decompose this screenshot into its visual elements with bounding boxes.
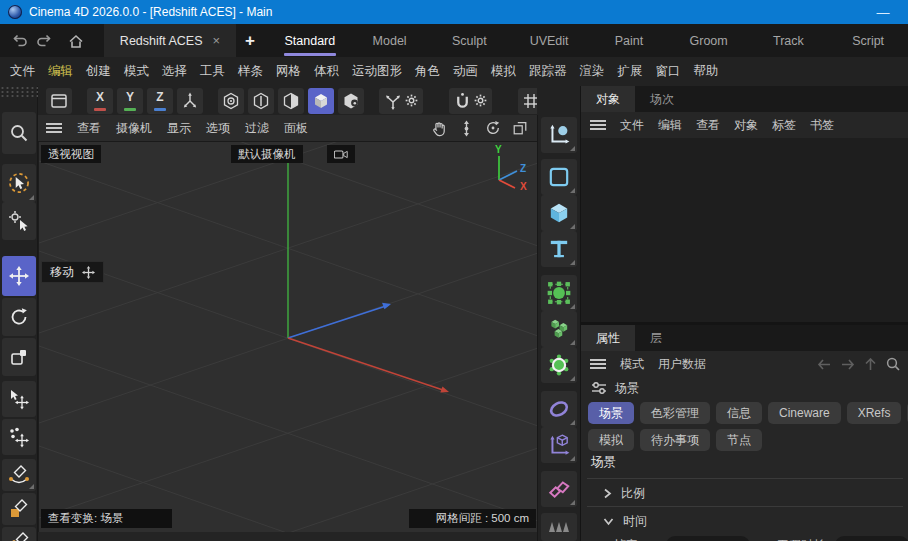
attr-tab-simulation[interactable]: 模拟 xyxy=(588,429,634,451)
group-scale[interactable]: 比例 xyxy=(581,482,908,504)
create-extra-button[interactable] xyxy=(541,513,577,541)
menu-edit[interactable]: 编辑 xyxy=(48,63,73,80)
make-editable-button[interactable] xyxy=(46,88,72,114)
menu-extensions[interactable]: 扩展 xyxy=(618,63,643,80)
fps-input[interactable]: 30 xyxy=(666,536,750,541)
layout-tab-sculpt[interactable]: Sculpt xyxy=(430,24,510,57)
rectangle-spline-button[interactable] xyxy=(2,493,36,525)
camera-name-label[interactable]: 默认摄像机 xyxy=(231,145,303,163)
menu-mesh[interactable]: 网格 xyxy=(276,63,301,80)
layout-tab-paint[interactable]: Paint xyxy=(589,24,669,57)
snap-button[interactable] xyxy=(449,88,492,114)
find-tool-button[interactable] xyxy=(2,112,36,154)
menu-help[interactable]: 帮助 xyxy=(694,63,719,80)
create-scene-helper-button[interactable] xyxy=(541,427,577,463)
layout-tab-track[interactable]: Track xyxy=(749,24,829,57)
om-menu-file[interactable]: 文件 xyxy=(620,117,644,134)
cube-spline-button[interactable] xyxy=(2,527,36,541)
layout-tab-groom[interactable]: Groom xyxy=(669,24,749,57)
create-instance-button[interactable] xyxy=(541,471,577,507)
layout-tab-model[interactable]: Model xyxy=(350,24,430,57)
tab-takes[interactable]: 场次 xyxy=(635,86,689,112)
tab-objects[interactable]: 对象 xyxy=(581,86,635,112)
create-spline-button[interactable] xyxy=(541,159,577,195)
viewport-menu-view[interactable]: 查看 xyxy=(77,120,101,137)
select-move-tool-button[interactable] xyxy=(2,381,36,417)
orbit-view-button[interactable] xyxy=(484,119,502,137)
attr-tab-xrefs[interactable]: XRefs xyxy=(847,402,902,424)
menu-render[interactable]: 渲染 xyxy=(580,63,605,80)
viewport-bottom-handle[interactable] xyxy=(38,532,537,541)
undo-button[interactable] xyxy=(10,32,30,50)
menu-spline[interactable]: 样条 xyxy=(238,63,263,80)
menu-simulate[interactable]: 模拟 xyxy=(491,63,516,80)
selected-object-row[interactable]: 场景 xyxy=(581,376,908,400)
history-back-icon[interactable] xyxy=(817,359,831,370)
group-time[interactable]: 时间 xyxy=(581,510,908,532)
attr-tab-scene[interactable]: 场景 xyxy=(588,402,634,424)
points-move-tool-button[interactable] xyxy=(2,419,36,455)
am-menu-mode[interactable]: 模式 xyxy=(620,356,644,373)
document-tab[interactable]: Redshift ACES × xyxy=(104,24,236,57)
menu-animate[interactable]: 动画 xyxy=(453,63,478,80)
tweak-tool-button[interactable] xyxy=(2,202,36,240)
layout-tab-script[interactable]: Script xyxy=(828,24,908,57)
menu-tracker[interactable]: 跟踪器 xyxy=(529,63,567,80)
om-menu-objects[interactable]: 对象 xyxy=(734,117,758,134)
redo-button[interactable] xyxy=(34,32,54,50)
pan-view-button[interactable] xyxy=(430,119,448,137)
menu-file[interactable]: 文件 xyxy=(10,63,35,80)
project-duration-input[interactable]: 0.5 xyxy=(835,536,908,541)
layout-tab-standard[interactable]: Standard xyxy=(270,24,350,57)
viewport-hamburger-icon[interactable] xyxy=(46,122,62,134)
attr-tab-nodes[interactable]: 节点 xyxy=(716,429,762,451)
om-menu-tags[interactable]: 标签 xyxy=(772,117,796,134)
lock-y-axis-button[interactable]: Y xyxy=(117,88,143,114)
new-tab-button[interactable]: + xyxy=(238,24,262,57)
attr-tab-cineware[interactable]: Cineware xyxy=(768,402,841,424)
minimize-button[interactable]: — xyxy=(874,4,892,18)
dolly-view-button[interactable] xyxy=(457,119,475,137)
create-primitive-button[interactable] xyxy=(541,195,577,231)
viewport-menu-filter[interactable]: 过滤 xyxy=(245,120,269,137)
toggle-views-button[interactable] xyxy=(511,119,529,137)
tab-layers[interactable]: 层 xyxy=(635,325,677,351)
palette-drag-handle[interactable] xyxy=(0,86,38,98)
create-generator-button[interactable] xyxy=(541,275,577,311)
polygons-mode-button[interactable] xyxy=(278,88,304,114)
lock-z-axis-button[interactable]: Z xyxy=(147,88,173,114)
object-manager-hamburger-icon[interactable] xyxy=(590,119,606,131)
lock-x-axis-button[interactable]: X xyxy=(87,88,113,114)
attr-tab-todo[interactable]: 待办事项 xyxy=(640,429,710,451)
create-null-button[interactable] xyxy=(541,117,577,153)
viewport-menu-options[interactable]: 选项 xyxy=(206,120,230,137)
viewport-menu-cameras[interactable]: 摄像机 xyxy=(116,120,152,137)
om-menu-view[interactable]: 查看 xyxy=(696,117,720,134)
menu-select[interactable]: 选择 xyxy=(162,63,187,80)
workplane-grid-button[interactable] xyxy=(518,88,537,114)
viewport-menu-display[interactable]: 显示 xyxy=(167,120,191,137)
toolbar-drag-handle[interactable] xyxy=(537,86,580,115)
attribute-hamburger-icon[interactable] xyxy=(590,358,606,370)
attribute-search-icon[interactable] xyxy=(886,357,900,371)
tab-attributes[interactable]: 属性 xyxy=(581,325,635,351)
attr-tab-color-management[interactable]: 色彩管理 xyxy=(640,402,710,424)
om-menu-bookmarks[interactable]: 书签 xyxy=(810,117,834,134)
menu-tools[interactable]: 工具 xyxy=(200,63,225,80)
menu-create[interactable]: 创建 xyxy=(86,63,111,80)
coordinate-system-button[interactable] xyxy=(177,88,203,114)
menu-character[interactable]: 角色 xyxy=(415,63,440,80)
history-forward-icon[interactable] xyxy=(841,359,855,370)
viewport-canvas[interactable]: 透视视图 默认摄像机 Y Z X 移动 查看变换: 场景 网格间距 : 500 … xyxy=(38,142,537,532)
am-menu-userdata[interactable]: 用户数据 xyxy=(658,356,706,373)
texture-mode-button[interactable] xyxy=(338,88,364,114)
camera-select-button[interactable] xyxy=(327,145,355,163)
menu-mode[interactable]: 模式 xyxy=(124,63,149,80)
model-mode-button[interactable] xyxy=(308,88,334,114)
go-up-icon[interactable] xyxy=(865,358,876,371)
create-deformer-button[interactable] xyxy=(541,347,577,383)
menu-window[interactable]: 窗口 xyxy=(656,63,681,80)
move-tool-button[interactable] xyxy=(2,256,36,296)
live-selection-button[interactable] xyxy=(2,164,36,202)
om-menu-edit[interactable]: 编辑 xyxy=(658,117,682,134)
